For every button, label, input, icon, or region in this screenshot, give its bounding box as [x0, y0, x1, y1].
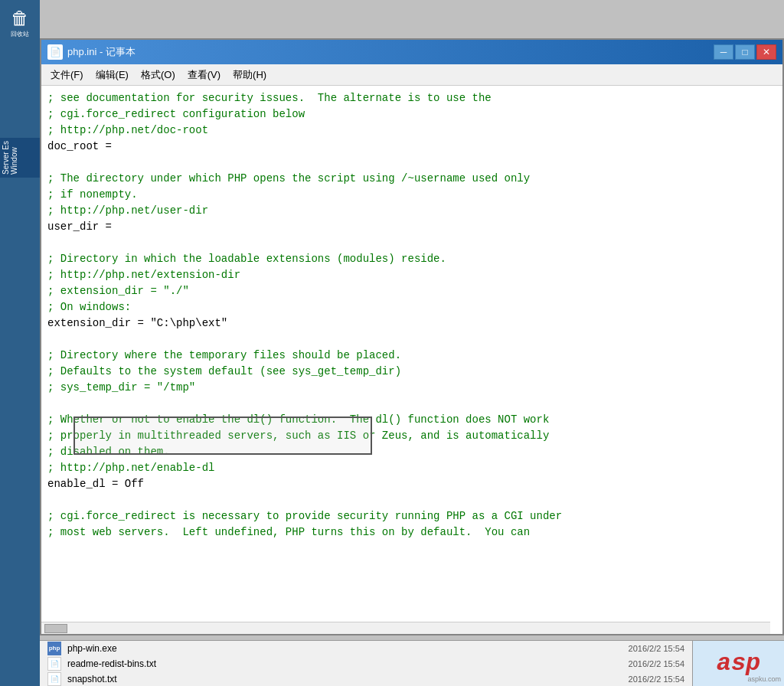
close-button[interactable]: ✕	[756, 44, 776, 60]
menu-format[interactable]: 格式(O)	[135, 67, 181, 83]
file-item-1[interactable]: php php-win.exe 2016/2/2 15:54	[47, 642, 684, 655]
recycle-bin[interactable]: 🗑 回收站	[0, 0, 40, 46]
logo-text: asp	[717, 649, 761, 678]
recycle-icon: 🗑	[11, 8, 29, 30]
file-item-3[interactable]: 📄 snapshot.txt 2016/2/2 15:54	[47, 672, 684, 686]
file-name-1: php-win.exe	[67, 643, 622, 654]
menu-view[interactable]: 查看(V)	[181, 67, 227, 83]
horizontal-scrollbar[interactable]	[41, 622, 770, 634]
file-list: php php-win.exe 2016/2/2 15:54 📄 readme-…	[40, 641, 692, 686]
window-controls: ─ □ ✕	[714, 44, 776, 60]
notepad-icon: 📄	[47, 44, 63, 60]
file-date-1: 2016/2/2 15:54	[629, 644, 684, 653]
menu-help[interactable]: 帮助(H)	[227, 67, 273, 83]
logo-area: asp aspku.com	[692, 641, 784, 686]
menu-bar: 文件(F) 编辑(E) 格式(O) 查看(V) 帮助(H)	[41, 64, 782, 86]
file-icon-php: php	[47, 642, 61, 655]
file-item-2[interactable]: 📄 readme-redist-bins.txt 2016/2/2 15:54	[47, 657, 684, 671]
recycle-label: 回收站	[11, 30, 29, 38]
file-date-3: 2016/2/2 15:54	[629, 675, 684, 684]
minimize-button[interactable]: ─	[714, 44, 733, 60]
menu-file[interactable]: 文件(F)	[44, 67, 90, 83]
logo-subtext: aspku.com	[747, 675, 781, 683]
menu-edit[interactable]: 编辑(E)	[90, 67, 135, 83]
file-name-2: readme-redist-bins.txt	[67, 658, 622, 669]
title-bar: 📄 php.ini - 记事本 ─ □ ✕	[41, 40, 782, 64]
taskbar-bottom: php php-win.exe 2016/2/2 15:54 📄 readme-…	[40, 640, 784, 686]
taskbar-left: 🗑 回收站 WindowServer Es	[0, 0, 40, 686]
scrollbar-thumb[interactable]	[44, 624, 67, 633]
window-side-text: WindowServer Es	[2, 141, 18, 175]
window-title: php.ini - 记事本	[67, 45, 714, 59]
maximize-button[interactable]: □	[735, 44, 755, 60]
file-name-3: snapshot.txt	[67, 674, 622, 684]
notepad-window: 📄 php.ini - 记事本 ─ □ ✕ 文件(F) 编辑(E) 格式(O) …	[40, 38, 784, 635]
file-icon-txt1: 📄	[47, 657, 61, 671]
window-side-label: WindowServer Es	[0, 138, 40, 178]
content-area[interactable]: ; see documentation for security issues.…	[41, 86, 782, 634]
file-date-2: 2016/2/2 15:54	[629, 659, 684, 668]
code-editor[interactable]: ; see documentation for security issues.…	[41, 86, 782, 622]
file-icon-txt2: 📄	[47, 672, 61, 686]
